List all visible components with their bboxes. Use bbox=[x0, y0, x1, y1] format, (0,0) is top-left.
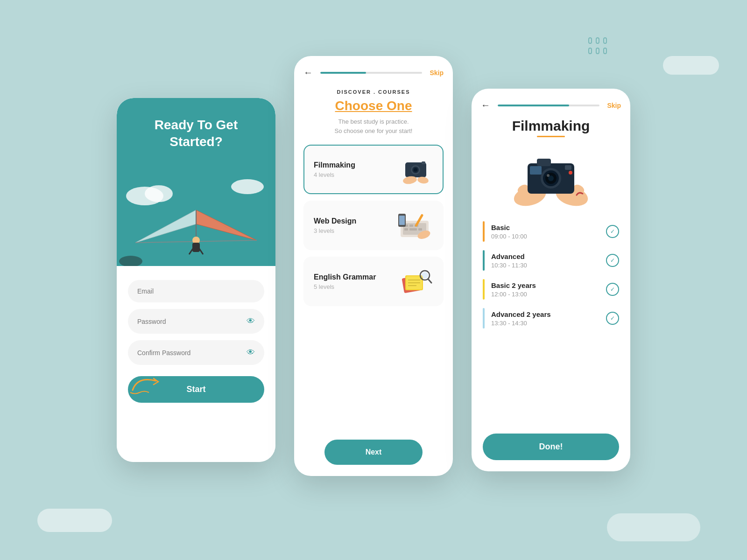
schedule-item-advanced[interactable]: Advanced 10:30 - 11:30 ✓ bbox=[483, 250, 619, 271]
webdesign-name: Web Design bbox=[314, 217, 356, 225]
svg-rect-49 bbox=[537, 159, 551, 166]
choose-title: Choose One bbox=[303, 98, 444, 113]
progress-bar-2 bbox=[320, 72, 422, 74]
webdesign-info: Web Design 3 levels bbox=[314, 217, 356, 234]
svg-rect-28 bbox=[399, 216, 405, 225]
hero-title: Ready To Get Started? bbox=[155, 117, 238, 151]
phones-container: Ready To Get Started? bbox=[117, 84, 630, 476]
progress-bar-3 bbox=[498, 105, 599, 106]
phone2-header: ← Skip bbox=[294, 56, 453, 78]
filmmaking-icon bbox=[396, 153, 433, 186]
schedule-item-advanced2[interactable]: Advanced 2 years 13:30 - 14:30 ✓ bbox=[483, 308, 619, 329]
svg-rect-23 bbox=[404, 228, 408, 231]
hangglider-illustration bbox=[117, 168, 275, 266]
grammar-info: English Grammar 5 levels bbox=[314, 273, 376, 290]
svg-rect-50 bbox=[565, 165, 571, 170]
course-card-grammar[interactable]: English Grammar 5 levels bbox=[303, 257, 444, 306]
basic-name: Basic bbox=[491, 224, 599, 231]
camera-illustration bbox=[483, 145, 619, 212]
choose-main: Choose bbox=[335, 98, 387, 113]
webdesign-levels: 3 levels bbox=[314, 227, 356, 234]
basic2-check[interactable]: ✓ bbox=[606, 283, 619, 296]
grammar-icon bbox=[396, 265, 433, 298]
advanced-check[interactable]: ✓ bbox=[606, 254, 619, 267]
filmmaking-levels: 4 levels bbox=[314, 171, 355, 178]
svg-rect-51 bbox=[530, 166, 542, 175]
advanced2-border bbox=[483, 308, 485, 329]
svg-point-2 bbox=[231, 179, 264, 194]
confirm-password-field[interactable]: 👁 bbox=[128, 340, 264, 365]
subtitle-line1: The best study is practice. bbox=[338, 118, 409, 125]
progress-fill-3 bbox=[498, 105, 569, 106]
basic-time: 09:00 - 10:00 bbox=[491, 233, 599, 240]
password-field[interactable]: 👁 bbox=[128, 309, 264, 334]
schedule-item-basic[interactable]: Basic 09:00 - 10:00 ✓ bbox=[483, 221, 619, 242]
grammar-name: English Grammar bbox=[314, 273, 376, 281]
phone-courses: ← Skip DISCOVER . COURSES Choose One The… bbox=[294, 56, 453, 476]
svg-rect-25 bbox=[418, 228, 422, 231]
progress-fill-2 bbox=[320, 72, 366, 74]
choose-accent: One bbox=[387, 98, 412, 113]
svg-rect-15 bbox=[422, 161, 425, 164]
phone2-content: DISCOVER . COURSES Choose One The best s… bbox=[294, 78, 453, 476]
webdesign-icon bbox=[396, 209, 433, 242]
choose-subtitle: The best study is practice. So choose on… bbox=[303, 117, 444, 135]
skip-button-3[interactable]: Skip bbox=[607, 102, 621, 109]
advanced2-name: Advanced 2 years bbox=[491, 310, 599, 318]
phone-schedule: ← Skip Filmmaking bbox=[472, 89, 630, 471]
schedule-item-basic2[interactable]: Basic 2 years 12:00 - 13:00 ✓ bbox=[483, 279, 619, 300]
discover-label: DISCOVER . COURSES bbox=[303, 89, 444, 95]
svg-point-52 bbox=[569, 171, 572, 175]
phone3-content: Filmmaking bbox=[472, 111, 630, 471]
advanced2-check[interactable]: ✓ bbox=[606, 312, 619, 325]
svg-point-48 bbox=[547, 174, 550, 177]
advanced-info: Advanced 10:30 - 11:30 bbox=[491, 252, 599, 269]
title-underline bbox=[537, 136, 565, 137]
advanced2-info: Advanced 2 years 13:30 - 14:30 bbox=[491, 310, 599, 327]
done-button[interactable]: Done! bbox=[483, 434, 619, 460]
svg-point-14 bbox=[414, 168, 417, 172]
hero-section: Ready To Get Started? bbox=[117, 98, 275, 266]
registration-form: 👁 👁 Start bbox=[117, 266, 275, 462]
subtitle-line2: So choose one for your start! bbox=[335, 127, 413, 134]
password-eye-icon[interactable]: 👁 bbox=[247, 316, 255, 326]
back-button-2[interactable]: ← bbox=[303, 67, 313, 78]
basic2-name: Basic 2 years bbox=[491, 281, 599, 289]
email-input[interactable] bbox=[137, 287, 255, 295]
grammar-levels: 5 levels bbox=[314, 283, 376, 290]
svg-rect-21 bbox=[409, 224, 413, 227]
confirm-eye-icon[interactable]: 👁 bbox=[247, 348, 255, 357]
basic-check[interactable]: ✓ bbox=[606, 225, 619, 238]
svg-point-1 bbox=[145, 185, 173, 202]
phone-register: Ready To Get Started? bbox=[117, 98, 275, 462]
phone3-header: ← Skip bbox=[472, 89, 630, 111]
course-card-webdesign[interactable]: Web Design 3 levels bbox=[303, 201, 444, 250]
next-button[interactable]: Next bbox=[324, 440, 423, 465]
cloud-right bbox=[663, 56, 719, 75]
course-card-filmmaking[interactable]: Filmmaking 4 levels bbox=[303, 145, 444, 194]
back-button-3[interactable]: ← bbox=[481, 100, 490, 111]
course-cards-list: Filmmaking 4 levels bbox=[303, 145, 444, 430]
schedule-list: Basic 09:00 - 10:00 ✓ Advanced 10:30 - 1… bbox=[483, 221, 619, 424]
basic2-border bbox=[483, 279, 485, 300]
filmmaking-name: Filmmaking bbox=[314, 161, 355, 169]
advanced-time: 10:30 - 11:30 bbox=[491, 262, 599, 269]
dots-decoration bbox=[588, 37, 607, 54]
basic-border bbox=[483, 221, 485, 242]
svg-line-37 bbox=[428, 279, 431, 283]
svg-rect-24 bbox=[409, 228, 417, 231]
basic2-time: 12:00 - 13:00 bbox=[491, 291, 599, 298]
filmmaking-page-title: Filmmaking bbox=[483, 118, 619, 134]
password-input[interactable] bbox=[137, 318, 247, 325]
advanced-border bbox=[483, 250, 485, 271]
confirm-password-input[interactable] bbox=[137, 349, 247, 357]
cloud-bottom-right bbox=[607, 513, 700, 541]
advanced-name: Advanced bbox=[491, 252, 599, 260]
cloud-left bbox=[37, 509, 112, 532]
basic2-info: Basic 2 years 12:00 - 13:00 bbox=[491, 281, 599, 298]
email-field[interactable] bbox=[128, 280, 264, 302]
skip-button-2[interactable]: Skip bbox=[430, 69, 444, 77]
arrow-decoration bbox=[128, 371, 165, 395]
advanced2-time: 13:30 - 14:30 bbox=[491, 320, 599, 327]
filmmaking-info: Filmmaking 4 levels bbox=[314, 161, 355, 178]
